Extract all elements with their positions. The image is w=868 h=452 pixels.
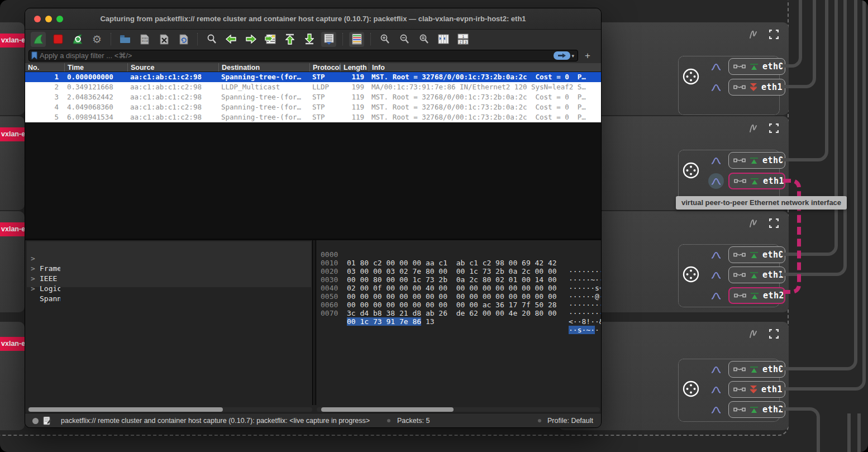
capture-options-button[interactable]: ⚙ (89, 32, 104, 47)
layout-123-button[interactable]: 123 (455, 32, 470, 47)
interface-button-eth1[interactable]: eth1 (728, 173, 785, 189)
close-file-button[interactable] (156, 32, 171, 47)
column-header-time[interactable]: Time (64, 63, 127, 72)
save-file-button[interactable]: 01010110 (137, 32, 152, 47)
detail-row[interactable]: > Frame 1: 119 bytes on wire (952 bits),… (25, 244, 60, 254)
cell-time: 4.049068360 (64, 102, 127, 112)
capture-spark-icon[interactable] (708, 153, 724, 168)
bookmark-icon[interactable] (31, 51, 37, 60)
auto-scroll-button[interactable] (321, 32, 336, 47)
wireshark-fin-green-icon (750, 292, 759, 299)
capture-spark-icon[interactable] (708, 382, 724, 397)
reload-file-button[interactable] (176, 32, 191, 47)
details-hscrollbar-thumb[interactable] (28, 407, 223, 412)
hex-row[interactable]: 0000 01 80 c2 00 00 00 aa c1 ab c1 c2 98… (316, 242, 351, 250)
capture-spark-icon[interactable] (708, 288, 724, 303)
packet-row[interactable]: 5 6.098941534 aa:c1:ab:c1:c2:98 Spanning… (25, 112, 601, 122)
detail-row[interactable]: > Logical-Link Control (25, 264, 60, 274)
capture-spark-icon[interactable] (708, 361, 724, 377)
filter-dropdown-caret[interactable]: ▾ (571, 53, 574, 59)
go-to-packet-button[interactable] (263, 32, 278, 47)
pane-splitter-vertical[interactable] (312, 240, 316, 405)
node-name-badge[interactable]: vxlan-e (0, 222, 27, 236)
interface-button-eth0[interactable]: eth0 (728, 152, 785, 169)
container-node-icon[interactable] (681, 379, 700, 398)
column-header-destination[interactable]: Destination (218, 63, 309, 72)
profile-label[interactable]: Profile: Default (547, 413, 593, 428)
node-name-badge[interactable]: vxlan-e (0, 34, 27, 47)
capture-spark-icon[interactable] (708, 79, 724, 95)
hex-row[interactable]: 0060 3c d4 b8 38 21 d8 ab 26 de 62 00 00… (316, 292, 351, 301)
scribble-icon[interactable] (747, 327, 759, 340)
fullscreen-icon[interactable] (769, 218, 779, 228)
stop-capture-button[interactable] (50, 32, 65, 47)
packet-row[interactable]: 2 0.349121668 aa:c1:ab:c1:c2:98 LLDP_Mul… (25, 82, 601, 92)
interface-button-eth0[interactable]: eth0 (728, 246, 785, 263)
fullscreen-icon[interactable] (769, 329, 779, 339)
hex-row[interactable]: 0040 00 00 00 00 00 00 00 00 00 00 00 00… (316, 275, 351, 284)
node-name-badge[interactable]: vxlan-e (0, 127, 27, 141)
zoom-out-button[interactable] (397, 32, 412, 47)
hex-row[interactable]: 0030 02 00 0f 00 00 00 40 00 00 00 00 00… (316, 267, 351, 275)
filter-input-box[interactable]: ▾ (28, 50, 578, 61)
column-header-source[interactable]: Source (127, 63, 218, 72)
next-packet-button[interactable] (243, 32, 258, 47)
hex-row[interactable]: 0010 03 00 00 03 02 7e 80 00 00 1c 73 2b… (316, 250, 351, 259)
capture-spark-icon[interactable] (708, 173, 724, 189)
scribble-icon[interactable] (747, 28, 759, 40)
scribble-icon[interactable] (747, 217, 759, 229)
interface-button-eth1[interactable]: eth1 (728, 381, 785, 398)
hex-bytes: 03 00 00 03 02 7e 80 00 00 1c 73 2b 0a 2… (347, 267, 557, 275)
column-header-protocol[interactable]: Protocol (309, 63, 340, 72)
open-file-button[interactable] (117, 32, 132, 47)
interface-button-eth1[interactable]: eth1 (728, 79, 785, 96)
find-packet-button[interactable] (204, 32, 219, 47)
display-filter-input[interactable] (37, 51, 554, 60)
resize-columns-button[interactable] (436, 32, 451, 47)
first-packet-button[interactable] (282, 32, 297, 47)
column-header-length[interactable]: Length (340, 63, 369, 72)
restart-capture-button[interactable] (70, 32, 85, 47)
hex-hscrollbar-thumb[interactable] (321, 407, 454, 412)
packet-row[interactable]: 3 2.048362442 aa:c1:ab:c1:c2:98 Spanning… (25, 92, 601, 102)
capture-spark-icon[interactable] (708, 247, 724, 263)
detail-label: Spanning Tree Protocol (40, 294, 60, 304)
column-header-no[interactable]: No. (25, 63, 64, 72)
capture-file-properties-icon[interactable] (43, 416, 51, 425)
interface-button-eth1[interactable]: eth1 (728, 267, 785, 283)
detail-row[interactable]: > IEEE 802.3 Ethernet (25, 254, 60, 264)
container-node-icon[interactable] (681, 265, 700, 284)
hex-row[interactable]: 0050 00 00 00 00 00 00 00 00 00 00 ac 36… (316, 284, 351, 292)
container-node-icon[interactable] (681, 161, 700, 180)
fullscreen-icon[interactable] (769, 123, 779, 133)
scribble-icon[interactable] (747, 122, 759, 134)
zoom-reset-button[interactable] (416, 32, 431, 47)
hex-row-selected[interactable]: 0070 00 1c 73 91 7e 86 13 ··s·~·· (316, 301, 351, 309)
add-filter-button[interactable]: + (582, 50, 593, 61)
column-header-info[interactable]: Info (369, 63, 601, 72)
interface-button-eth2[interactable]: eth2 (728, 401, 785, 418)
fullscreen-icon[interactable] (769, 30, 779, 39)
zoom-in-button[interactable] (377, 32, 392, 47)
hex-row[interactable]: 0020 00 00 80 00 00 1c 73 2b 0a 2c 80 02… (316, 259, 351, 267)
window-titlebar[interactable]: Capturing from packetflix:// remote clus… (25, 8, 601, 30)
hex-ascii: ········ (569, 267, 602, 275)
interface-button-eth0[interactable]: eth0 (728, 58, 785, 75)
node-name-badge[interactable]: vxlan-e (0, 337, 27, 351)
interface-button-eth2[interactable]: eth2 (728, 287, 785, 304)
packet-row[interactable]: 4 4.049068360 aa:c1:ab:c1:c2:98 Spanning… (25, 102, 601, 112)
interface-button-eth0[interactable]: eth0 (728, 361, 785, 378)
packet-row[interactable]: 1 0.000000000 aa:c1:ab:c1:c2:98 Spanning… (25, 72, 601, 82)
detail-row[interactable]: > Spanning Tree Protocol (25, 274, 60, 284)
colorize-packets-button[interactable] (349, 32, 364, 47)
capture-spark-icon[interactable] (708, 402, 724, 417)
capture-spark-icon[interactable] (708, 59, 724, 74)
chevron-right-icon[interactable]: > (31, 284, 37, 294)
last-packet-button[interactable] (302, 32, 317, 47)
expert-info-icon[interactable] (32, 418, 39, 424)
container-node-icon[interactable] (681, 67, 700, 86)
capture-spark-icon[interactable] (708, 267, 724, 283)
start-capture-button[interactable] (31, 32, 46, 47)
previous-packet-button[interactable] (223, 32, 239, 47)
apply-filter-button[interactable] (554, 51, 570, 60)
